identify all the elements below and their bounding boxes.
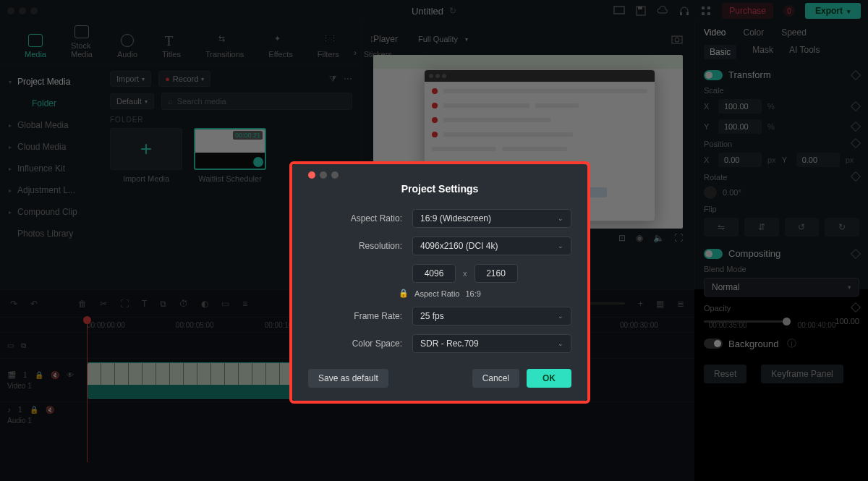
sidebar-project-media[interactable]: ▾Project Media <box>0 71 101 93</box>
sidebar-photos-library[interactable]: Photos Library <box>0 223 101 244</box>
copy-icon[interactable]: ⧉ <box>160 299 166 309</box>
display-icon[interactable]: ⊡ <box>618 233 626 243</box>
upload-cloud-icon[interactable] <box>657 5 668 17</box>
sidebar-influence-kit[interactable]: ▸Influence Kit <box>0 158 101 179</box>
filter-icon[interactable]: ⧩ <box>329 74 336 84</box>
lock-icon[interactable]: 🔒 <box>30 406 38 414</box>
screen-icon[interactable] <box>613 5 625 17</box>
inspector-tab-video[interactable]: Video <box>704 27 726 38</box>
sidebar-folder[interactable]: Folder <box>0 93 101 114</box>
quality-dropdown[interactable]: Full Quality ▾ <box>412 32 474 46</box>
cloud-sync-icon[interactable]: ↻ <box>449 6 456 16</box>
sidebar-global-media[interactable]: ▸Global Media <box>0 114 101 136</box>
rotate-ccw-button[interactable]: ↺ <box>785 218 820 237</box>
lock-icon[interactable]: 🔒 <box>399 289 409 298</box>
flip-v-button[interactable]: ⇵ <box>744 218 779 237</box>
window-controls[interactable] <box>7 7 38 14</box>
blend-mode-select[interactable]: Normal▾ <box>704 278 859 297</box>
width-input[interactable]: 4096 <box>412 264 456 283</box>
save-icon[interactable] <box>635 5 647 17</box>
info-icon[interactable]: ⓘ <box>787 337 796 350</box>
keyframe-diamond-icon[interactable] <box>851 122 861 132</box>
framerate-select[interactable]: 25 fps⌄ <box>412 307 571 325</box>
track-audio-1[interactable]: ♪1🔒🔇 Audio 1 <box>0 401 694 427</box>
media-clip-card[interactable]: 00:00:21 Waitlist Scheduler <box>194 128 266 183</box>
tab-media[interactable]: Media <box>25 34 46 59</box>
import-dropdown[interactable]: Import▾ <box>110 71 151 87</box>
keyframe-diamond-icon[interactable] <box>851 69 861 80</box>
visibility-icon[interactable]: 👁 <box>67 371 74 379</box>
view-grid-icon[interactable]: ▦ <box>656 299 664 309</box>
track-icon[interactable]: ≡ <box>242 299 247 309</box>
keyframe-diamond-icon[interactable] <box>851 248 861 258</box>
tabs-overflow-icon[interactable]: › <box>354 48 357 58</box>
background-toggle[interactable] <box>704 339 723 349</box>
redo-icon[interactable]: ↷ <box>10 299 17 309</box>
tab-effects[interactable]: ✦Effects <box>268 34 292 59</box>
keyframe-diamond-icon[interactable] <box>851 138 861 148</box>
compositing-toggle[interactable] <box>704 249 723 259</box>
apps-icon[interactable] <box>700 5 712 17</box>
purchase-button[interactable]: Purchase <box>722 3 773 19</box>
search-input[interactable]: ⌕ <box>161 93 352 110</box>
keyframe-diamond-icon[interactable] <box>851 101 861 111</box>
rotate-knob[interactable] <box>704 186 717 199</box>
save-default-button[interactable]: Save as default <box>308 369 388 388</box>
pos-y-input[interactable] <box>796 153 840 167</box>
export-button[interactable]: Export▾ <box>805 3 861 19</box>
fullscreen-icon[interactable]: ⛶ <box>674 233 683 243</box>
tab-audio[interactable]: Audio <box>117 34 137 59</box>
undo-icon[interactable]: ↶ <box>30 299 38 309</box>
camera-icon[interactable]: ◉ <box>636 233 643 243</box>
headphones-icon[interactable] <box>678 5 690 17</box>
height-input[interactable]: 2160 <box>475 264 518 283</box>
cut-icon[interactable]: ✂ <box>100 299 107 309</box>
zoom-in-icon[interactable]: + <box>638 299 643 309</box>
inspector-subtab-mask[interactable]: Mask <box>752 45 773 59</box>
sidebar-adjustment-layer[interactable]: ▸Adjustment L... <box>0 179 101 201</box>
text-icon[interactable]: T <box>142 299 147 309</box>
color-icon[interactable]: ◐ <box>201 299 208 309</box>
view-list-icon[interactable]: ≣ <box>677 299 684 309</box>
aspect-ratio-select[interactable]: 16:9 (Widescreen)⌄ <box>412 209 571 228</box>
flip-h-button[interactable]: ⇋ <box>704 218 739 237</box>
snapshot-icon[interactable] <box>671 34 683 44</box>
speed-icon[interactable]: ⏱ <box>179 299 188 309</box>
inspector-subtab-ai[interactable]: AI Tools <box>789 45 820 59</box>
reset-button[interactable]: Reset <box>704 365 746 383</box>
resolution-select[interactable]: 4096x2160 (DCI 4k)⌄ <box>412 237 571 255</box>
inspector-tab-color[interactable]: Color <box>743 27 764 38</box>
transform-toggle[interactable] <box>704 70 723 80</box>
tab-transitions[interactable]: ⇆Transitions <box>205 34 244 59</box>
record-dropdown[interactable]: ●Record▾ <box>158 71 210 87</box>
mute-icon[interactable]: 🔇 <box>46 406 54 414</box>
pos-x-input[interactable] <box>718 153 762 167</box>
mute-icon[interactable]: 🔇 <box>51 371 59 379</box>
keyframe-panel-button[interactable]: Keyframe Panel <box>761 365 843 383</box>
playhead[interactable] <box>87 318 88 462</box>
tab-filters[interactable]: ⋮⋮Filters <box>318 34 339 59</box>
delete-icon[interactable]: 🗑 <box>78 299 87 309</box>
tab-stock-media[interactable]: Stock Media <box>71 25 93 59</box>
import-media-card[interactable]: + Import Media <box>110 128 182 183</box>
sidebar-compound-clip[interactable]: ▸Compound Clip <box>0 201 101 223</box>
dialog-window-controls[interactable] <box>308 171 571 179</box>
subtitle-icon[interactable]: ▭ <box>221 299 229 309</box>
crop-icon[interactable]: ⛶ <box>120 299 129 309</box>
notification-badge[interactable]: 0 <box>783 5 795 17</box>
volume-icon[interactable]: 🔈 <box>653 233 664 243</box>
keyframe-diamond-icon[interactable] <box>851 171 861 182</box>
scale-y-input[interactable] <box>718 119 762 134</box>
tab-titles[interactable]: TTitles <box>162 34 181 59</box>
keyframe-diamond-icon[interactable] <box>851 302 861 312</box>
sort-dropdown[interactable]: Default▾ <box>110 93 154 109</box>
cancel-button[interactable]: Cancel <box>472 369 519 388</box>
colorspace-select[interactable]: SDR - Rec.709⌄ <box>412 334 571 353</box>
rotate-cw-button[interactable]: ↻ <box>825 218 859 237</box>
lock-icon[interactable]: 🔒 <box>35 371 43 379</box>
inspector-subtab-basic[interactable]: Basic <box>704 45 736 59</box>
more-icon[interactable]: ⋯ <box>344 74 352 84</box>
inspector-tab-speed[interactable]: Speed <box>781 27 807 38</box>
ok-button[interactable]: OK <box>527 369 571 388</box>
scale-x-input[interactable] <box>718 99 762 114</box>
